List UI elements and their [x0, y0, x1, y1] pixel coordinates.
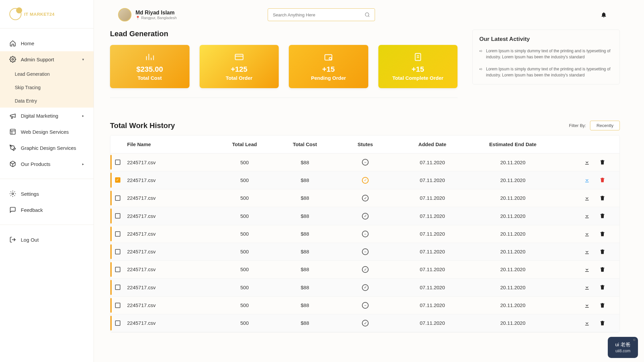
arrow-right-icon: ➪	[479, 48, 483, 60]
stat-complete-value: +15	[382, 65, 454, 74]
table-row[interactable]: 2245717.csv500$8807.11.202020.11.2020	[110, 243, 620, 261]
cell-cost: $88	[275, 177, 335, 183]
table-row[interactable]: 2245717.csv500$8807.11.202020.11.2020	[110, 314, 620, 333]
download-icon[interactable]	[584, 320, 590, 326]
svg-rect-1	[10, 129, 15, 134]
row-checkbox[interactable]	[115, 213, 120, 219]
download-icon[interactable]	[584, 249, 590, 255]
cell-end: 20.11.2020	[469, 231, 556, 237]
table-row[interactable]: 2245717.csv500$8807.11.202020.11.2020	[110, 261, 620, 279]
layout-icon	[9, 128, 16, 135]
search-box[interactable]	[268, 8, 375, 21]
table-row[interactable]: 2245717.csv500$8807.11.202020.11.2020	[110, 154, 620, 171]
cell-end: 20.11.2020	[469, 160, 556, 165]
th-end: Estimated End Date	[469, 141, 556, 147]
nav-web-label: Web Design Services	[21, 129, 69, 135]
download-icon[interactable]	[584, 159, 590, 165]
nav-lead-generation[interactable]: Lead Generation	[0, 67, 94, 81]
download-icon[interactable]	[584, 302, 590, 308]
cell-cost: $88	[275, 249, 335, 254]
gear-icon	[9, 56, 16, 63]
trash-icon[interactable]	[599, 266, 605, 273]
table-row[interactable]: 2245717.csv500$8807.11.202020.11.2020	[110, 171, 620, 189]
stat-pending-order[interactable]: +15 Pending Order	[289, 45, 368, 88]
cell-status	[335, 248, 395, 255]
row-checkbox[interactable]	[115, 249, 120, 254]
minus-circle-icon	[362, 231, 369, 237]
cell-added: 07.11.2020	[395, 160, 469, 165]
trash-icon[interactable]	[599, 249, 605, 255]
nav-web-design[interactable]: Web Design Services	[0, 124, 94, 140]
notifications-button[interactable]	[600, 11, 607, 18]
cell-end: 20.11.2020	[469, 249, 556, 254]
trash-icon[interactable]	[599, 177, 605, 183]
cell-cost: $88	[275, 320, 335, 326]
row-checkbox[interactable]	[115, 160, 120, 165]
trash-icon[interactable]	[599, 302, 605, 308]
cell-end: 20.11.2020	[469, 285, 556, 290]
minus-circle-icon	[362, 248, 369, 255]
trash-icon[interactable]	[599, 320, 605, 326]
nav-logout[interactable]: Log Out	[0, 232, 94, 248]
nav-our-products[interactable]: Our Products ▸	[0, 156, 94, 172]
row-checkbox[interactable]	[115, 195, 120, 201]
table-row[interactable]: 2245717.csv500$8807.11.202020.11.2020	[110, 225, 620, 243]
th-status: Stutes	[335, 141, 395, 147]
download-icon[interactable]	[584, 195, 590, 201]
download-icon[interactable]	[584, 266, 590, 273]
row-checkbox[interactable]	[115, 231, 120, 237]
download-icon[interactable]	[584, 177, 590, 183]
stat-total-order[interactable]: +125 Total Order	[200, 45, 279, 88]
trash-icon[interactable]	[599, 284, 605, 290]
cell-status	[335, 177, 395, 184]
cell-file: 2245717.csv	[127, 285, 214, 290]
minus-circle-icon	[362, 302, 369, 309]
nav-home[interactable]: Home	[0, 35, 94, 51]
cell-lead: 500	[214, 231, 275, 237]
logout-icon	[9, 236, 16, 243]
nav-skip-tracing[interactable]: Skip Tracing	[0, 81, 94, 94]
check-circle-icon	[362, 320, 369, 326]
row-checkbox[interactable]	[115, 320, 120, 326]
filter-label: Filter By:	[569, 123, 586, 128]
search-icon[interactable]	[365, 12, 370, 17]
cell-added: 07.11.2020	[395, 320, 469, 326]
chat-icon	[9, 206, 16, 213]
trash-icon[interactable]	[599, 213, 605, 219]
cell-lead: 500	[214, 160, 275, 165]
svg-point-7	[365, 13, 369, 16]
download-icon[interactable]	[584, 213, 590, 219]
cell-added: 07.11.2020	[395, 177, 469, 183]
nav-data-entry[interactable]: Data Entry	[0, 94, 94, 108]
row-checkbox[interactable]	[115, 177, 120, 183]
nav-graphic-design[interactable]: Graphic Design Services	[0, 140, 94, 156]
filter-button[interactable]: Recently	[590, 121, 620, 130]
row-checkbox[interactable]	[115, 303, 120, 308]
cell-file: 2245717.csv	[127, 231, 214, 237]
row-checkbox[interactable]	[115, 285, 120, 290]
nav-admin-support[interactable]: Admin Support ▾	[0, 51, 94, 67]
download-icon[interactable]	[584, 284, 590, 290]
user-profile[interactable]: Md Riyad Islam 📍 Rangpur, Bangladesh	[118, 8, 177, 21]
trash-icon[interactable]	[599, 195, 605, 201]
nav-digital-marketing[interactable]: Digital Marketing ▸	[0, 108, 94, 124]
cell-cost: $88	[275, 266, 335, 272]
table-row[interactable]: 2245717.csv500$8807.11.202020.11.2020	[110, 189, 620, 207]
nav-feedback[interactable]: Feedback	[0, 202, 94, 218]
table-row[interactable]: 2245717.csv500$8807.11.202020.11.2020	[110, 207, 620, 225]
table-row[interactable]: 2245717.csv500$8807.11.202020.11.2020	[110, 279, 620, 297]
home-icon	[9, 40, 16, 47]
trash-icon[interactable]	[599, 231, 605, 237]
cell-added: 07.11.2020	[395, 195, 469, 201]
trash-icon[interactable]	[599, 159, 605, 165]
cell-status	[335, 302, 395, 309]
row-checkbox[interactable]	[115, 267, 120, 272]
brand-logo[interactable]: IT MARKET24	[0, 0, 94, 28]
svg-line-8	[369, 16, 370, 17]
download-icon[interactable]	[584, 231, 590, 237]
table-row[interactable]: 2245717.csv500$8807.11.202020.11.2020	[110, 297, 620, 314]
search-input[interactable]	[273, 12, 365, 17]
stat-total-cost[interactable]: $235.00 Total Cost	[110, 45, 190, 88]
stat-complete-order[interactable]: +15 Total Complete Order	[378, 45, 458, 88]
nav-settings[interactable]: Settings	[0, 186, 94, 202]
